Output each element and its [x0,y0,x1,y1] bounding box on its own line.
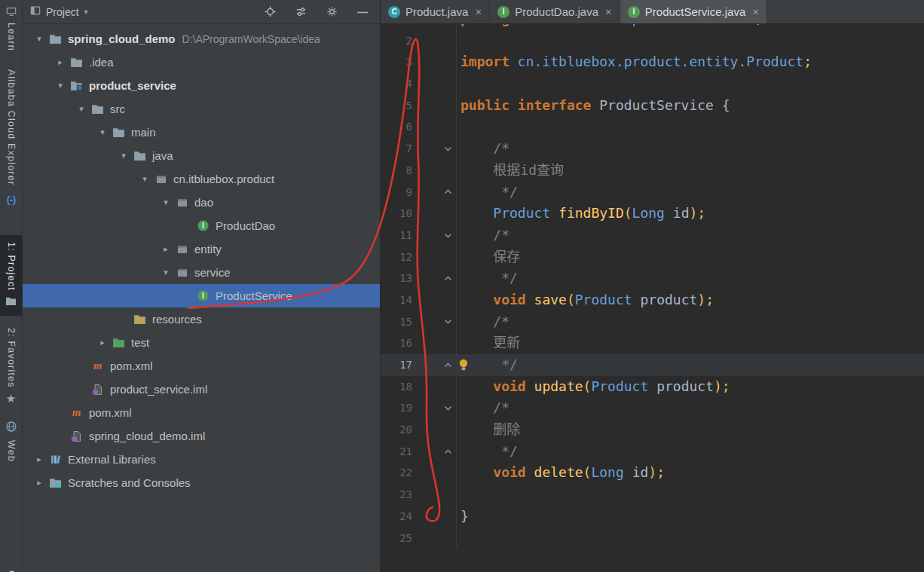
line-number: 2 [381,30,417,52]
code-line-24: 24} [381,506,924,528]
gutter-space [417,484,456,506]
intention-bulb-icon[interactable] [458,359,469,375]
close-icon[interactable]: × [605,5,612,18]
tree-item-src[interactable]: ▾src [23,97,380,121]
stripe-button-learn[interactable]: Learn [6,23,17,51]
chevron-collapsed-icon[interactable]: ▸ [30,454,48,464]
code-text: 根据id查询 [456,160,924,182]
tree-item-java[interactable]: ▾java [23,144,380,167]
tree-item-scratches-and-consoles[interactable]: ▸Scratches and Consoles [23,471,380,494]
tree-item-resources[interactable]: resources [23,307,380,331]
iml-icon [90,384,105,396]
code-view[interactable]: 1package cn.itbluebox.product.service;23… [381,0,924,572]
fold-marker-close-icon[interactable] [417,441,456,463]
chevron-expanded-icon[interactable]: ▾ [157,268,175,277]
tree-item-label: spring_cloud_demo [68,32,176,45]
svg-text:m: m [72,406,81,418]
line-number: 4 [381,73,417,95]
tree-item-test[interactable]: ▸test [23,331,380,354]
tab-ProductDao.java[interactable]: IProductDao.java× [490,0,620,23]
alibaba-cloud-icon[interactable] [5,194,17,210]
project-header-actions: — [265,6,372,18]
fold-marker-open-icon[interactable] [417,311,456,333]
code-line-20: 20 删除 [381,419,924,441]
minimize-icon[interactable]: — [357,6,368,18]
fold-marker-close-icon[interactable] [417,182,456,203]
filter-settings-icon[interactable] [295,6,307,17]
code-line-10: 10 Product findByID(Long id); [381,203,924,225]
tree-item-product-service-iml[interactable]: product_service.iml [23,378,380,401]
chevron-expanded-icon[interactable]: ▾ [136,174,154,184]
fold-marker-close-icon[interactable] [417,268,456,289]
gutter-space [417,289,456,311]
line-number: 13 [381,268,417,289]
fold-marker-close-icon[interactable] [417,354,456,376]
chevron-collapsed-icon[interactable]: ▸ [93,338,112,347]
gutter-space [417,73,456,95]
tree-item-external-libraries[interactable]: ▸External Libraries [23,448,380,471]
tree-item-label: main [131,126,156,139]
tab-label: Product.java [405,5,468,18]
stripe-label-favorites: 2: Favorites [6,328,17,388]
close-icon[interactable]: × [475,5,482,18]
tree-item-label: spring_cloud_demo.iml [89,430,205,442]
chevron-expanded-icon[interactable]: ▾ [93,127,112,137]
code-line-17: 17 */ [381,354,924,376]
project-view-selector[interactable]: Project [46,6,79,18]
editor-area[interactable]: 1package cn.itbluebox.product.service;23… [381,0,924,572]
tab-ProductService.java[interactable]: IProductService.java× [620,0,767,23]
code-text: /* [456,397,924,419]
code-text: */ [456,441,924,463]
code-text [456,73,924,95]
stripe-button-alibaba-cloud-explorer[interactable]: Alibaba Cloud Explorer [6,69,17,185]
stripe-button-web[interactable]: Web [5,421,17,462]
fold-marker-open-icon[interactable] [417,397,456,419]
tree-item-cn-itbluebox-product[interactable]: ▾cn.itbluebox.product [23,167,380,191]
chevron-expanded-icon[interactable]: ▾ [30,34,48,44]
fold-marker-open-icon[interactable] [417,225,456,246]
close-icon[interactable]: × [752,5,759,18]
tree-item-pom-xml[interactable]: mpom.xml [23,401,380,424]
locate-file-icon[interactable] [265,6,276,17]
fold-marker-open-icon[interactable] [417,138,456,160]
line-number: 9 [381,182,417,203]
line-number: 8 [381,160,417,182]
tree-item-main[interactable]: ▾main [23,121,380,144]
tree-item-label: test [131,336,149,349]
chevron-collapsed-icon[interactable]: ▸ [51,57,69,67]
resources-icon [133,314,147,326]
gutter-space [417,95,456,117]
chevron-expanded-icon[interactable]: ▾ [115,151,133,161]
tree-item-spring-cloud-demo-iml[interactable]: spring_cloud_demo.iml [23,424,380,448]
stripe-button-favorites[interactable]: 2: Favorites ★ [6,328,17,404]
chevron-collapsed-icon[interactable]: ▸ [30,478,48,488]
scratches-icon [48,477,63,489]
tree-item-productdao[interactable]: IProductDao [23,214,380,237]
gear-icon[interactable] [326,6,338,17]
tree-item-dao[interactable]: ▾dao [23,191,380,214]
iml-icon [69,430,84,442]
tree-item--idea[interactable]: ▸.idea [23,50,380,74]
stripe-button-project[interactable]: 1: Project [0,235,23,316]
tree-item-label: pom.xml [110,359,153,372]
chevron-expanded-icon[interactable]: ▾ [157,197,175,207]
tree-item-spring-cloud-demo[interactable]: ▾spring_cloud_demoD:\AProgramWorkSpace\i… [23,27,380,50]
tree-item-pom-xml[interactable]: mpom.xml [23,354,380,378]
tree-item-productservice[interactable]: IProductService [23,284,380,307]
chevron-down-icon[interactable]: ▾ [84,8,88,16]
tree-item-service[interactable]: ▾service [23,261,380,284]
code-line-12: 12 保存 [381,246,924,268]
line-number: 25 [381,528,417,549]
tree-item-product-service[interactable]: ▾product_service [23,74,380,97]
tree-item-label: dao [194,196,213,209]
line-number: 5 [381,95,417,117]
line-number: 16 [381,332,417,354]
tree-item-entity[interactable]: ▸entity [23,237,380,261]
chevron-collapsed-icon[interactable]: ▸ [157,244,175,254]
chevron-expanded-icon[interactable]: ▾ [51,81,69,90]
line-number: 22 [381,462,417,484]
line-number: 20 [381,419,417,441]
tab-Product.java[interactable]: CProduct.java× [381,0,490,23]
project-tool-window: Project ▾ — ▾spring_cloud_demoD:\AProgra… [23,0,381,572]
chevron-expanded-icon[interactable]: ▾ [72,104,90,114]
